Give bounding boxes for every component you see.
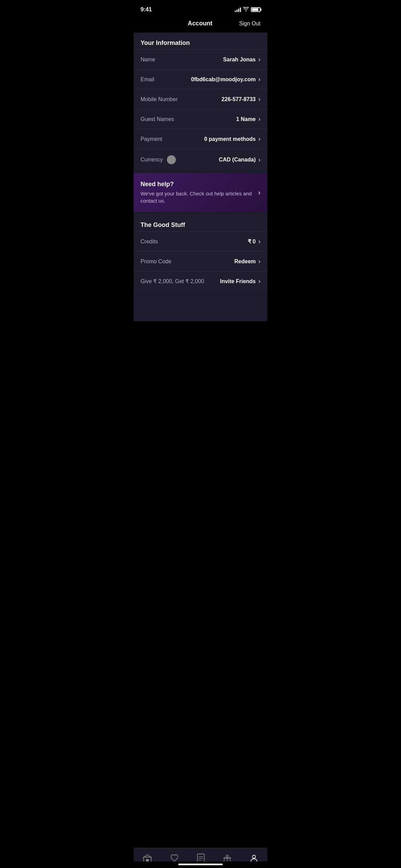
guest-names-row[interactable]: Guest Names 1 Name › <box>134 109 267 129</box>
invite-chevron-icon: › <box>258 278 260 285</box>
payment-label: Payment <box>141 136 162 142</box>
nav-header: Account Sign Out <box>134 17 267 33</box>
promo-value-container: Redeem › <box>234 258 260 265</box>
currency-row[interactable]: Currency CAD (Canada) › <box>134 149 267 170</box>
help-subtitle: We've got your back. Check out help arti… <box>141 190 254 204</box>
your-information-section: Your Information Name Sarah Jonas › Emai… <box>134 33 267 170</box>
payment-value-container: 0 payment methods › <box>204 135 260 143</box>
invite-row[interactable]: Give ₹ 2,000, Get ₹ 2,000 Invite Friends… <box>134 271 267 291</box>
content-area: Your Information Name Sarah Jonas › Emai… <box>134 33 267 321</box>
currency-toggle-icon[interactable] <box>167 155 176 164</box>
email-value: 0fbd6cab@moodjoy.com <box>191 76 256 83</box>
status-time: 9:41 <box>141 6 152 13</box>
invite-label: Give ₹ 2,000, Get ₹ 2,000 <box>141 278 204 285</box>
credits-value: ₹ 0 <box>248 238 256 245</box>
email-chevron-icon: › <box>258 76 260 83</box>
name-label: Name <box>141 57 155 63</box>
promo-label: Promo Code <box>141 258 171 265</box>
mobile-row[interactable]: Mobile Number 226-577-8733 › <box>134 89 267 109</box>
payment-row[interactable]: Payment 0 payment methods › <box>134 129 267 149</box>
guest-names-value-container: 1 Name › <box>236 116 260 123</box>
promo-value: Redeem <box>234 258 256 265</box>
mobile-chevron-icon: › <box>258 96 260 103</box>
credits-label: Credits <box>141 239 158 245</box>
email-value-container: 0fbd6cab@moodjoy.com › <box>191 76 260 83</box>
promo-row[interactable]: Promo Code Redeem › <box>134 251 267 271</box>
guest-names-label: Guest Names <box>141 116 174 122</box>
credits-chevron-icon: › <box>258 238 260 245</box>
name-value: Sarah Jonas <box>223 57 256 63</box>
battery-icon <box>251 7 260 12</box>
wifi-icon <box>243 7 249 12</box>
mobile-label: Mobile Number <box>141 96 178 103</box>
payment-chevron-icon: › <box>258 135 260 143</box>
help-title: Need help? <box>141 181 254 188</box>
name-value-container: Sarah Jonas › <box>223 56 260 63</box>
currency-value: CAD (Canada) <box>219 157 256 163</box>
name-row[interactable]: Name Sarah Jonas › <box>134 49 267 69</box>
currency-value-container: CAD (Canada) › <box>219 156 260 164</box>
invite-value: Invite Friends <box>220 278 256 285</box>
sign-out-button[interactable]: Sign Out <box>239 21 260 27</box>
credits-row[interactable]: Credits ₹ 0 › <box>134 231 267 251</box>
currency-left: Currency <box>141 155 176 164</box>
guest-names-chevron-icon: › <box>258 116 260 123</box>
email-row[interactable]: Email 0fbd6cab@moodjoy.com › <box>134 69 267 89</box>
help-chevron-icon: › <box>258 189 260 196</box>
currency-label: Currency <box>141 157 163 163</box>
mobile-value-container: 226-577-8733 › <box>221 96 260 103</box>
email-label: Email <box>141 76 154 83</box>
signal-icon <box>235 7 241 12</box>
credits-value-container: ₹ 0 › <box>248 238 260 245</box>
status-bar: 9:41 <box>134 0 267 17</box>
promo-chevron-icon: › <box>258 258 260 265</box>
good-stuff-section: The Good Stuff Credits ₹ 0 › Promo Code … <box>134 215 267 291</box>
help-banner[interactable]: Need help? We've got your back. Check ou… <box>134 173 267 212</box>
payment-value: 0 payment methods <box>204 136 256 142</box>
mobile-value: 226-577-8733 <box>221 96 256 103</box>
invite-value-container: Invite Friends › <box>220 278 260 285</box>
guest-names-value: 1 Name <box>236 116 256 122</box>
help-text-container: Need help? We've got your back. Check ou… <box>141 181 254 204</box>
currency-chevron-icon: › <box>258 156 260 164</box>
name-chevron-icon: › <box>258 56 260 63</box>
good-stuff-title: The Good Stuff <box>134 215 267 231</box>
status-icons <box>235 7 260 12</box>
your-information-title: Your Information <box>134 33 267 49</box>
page-title: Account <box>161 20 239 27</box>
